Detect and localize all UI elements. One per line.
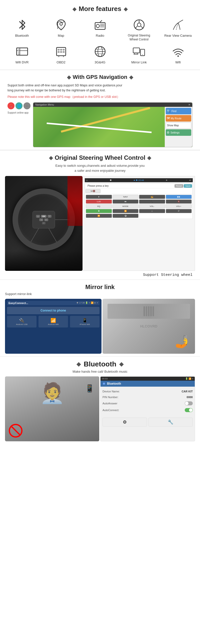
reset-btn[interactable]: Reset xyxy=(174,184,183,188)
svg-rect-14 xyxy=(17,48,28,55)
connect-box: Connect to phone xyxy=(7,307,100,314)
bluetooth-icon xyxy=(15,17,29,32)
bt-title-bar: ✱ Bluetooth xyxy=(100,381,195,387)
ctrl-time: ● ✱ 15:44 xyxy=(134,179,144,182)
ctrl-bt-icon: ✱ xyxy=(110,179,112,182)
iphone-wifi-label: iPhone Wifi xyxy=(72,323,98,326)
bt-logo-icon: ✱ xyxy=(102,382,105,386)
bt-autoanswer-key: AutoAnswer xyxy=(102,402,117,405)
steering-control-ui: ⌂ ✱ ● ✱ 15:44 ≡ ↩ Please press a key Res… xyxy=(83,176,195,271)
camera-icon xyxy=(171,17,185,32)
bt-content: 🧑‍💼 📱 00:03 🔋 📶 ≡ ✱ Bluetooth xyxy=(5,376,195,441)
ctrl-vol-minus[interactable]: VOL- xyxy=(139,204,165,208)
ctrl-fwd[interactable]: ⏩ xyxy=(112,209,139,213)
bt-ui-title: Bluetooth xyxy=(107,382,121,386)
support-steering-text: Support Steering wheel xyxy=(5,273,195,277)
ctrl-vol-plus[interactable]: VOL+ xyxy=(166,204,192,208)
steering-content: △ OK ▽ ◁ ▷ ↩ xyxy=(5,176,195,271)
bt-autoanswer-row: AutoAnswer xyxy=(102,400,193,407)
svg-rect-23 xyxy=(60,49,62,50)
bt-settings-btn[interactable]: ⚙ xyxy=(102,418,147,426)
bt-autoanswer-toggle[interactable] xyxy=(185,402,193,405)
ctrl-mute-row: M/🔇 xyxy=(85,188,192,194)
ctrl-prev[interactable]: ⏮ xyxy=(112,200,139,204)
android-wifi-icon: 📶 xyxy=(40,318,67,323)
nav-myroute-btn[interactable]: 🗺 My Route xyxy=(166,115,191,122)
radio-icon xyxy=(93,17,107,32)
ctrl-navi[interactable]: NAVI xyxy=(112,195,139,199)
svg-point-42 xyxy=(177,56,179,57)
mirror-content: EasyConnect... ✱ 17:38 🔋 ≡ 📶 ⊕ ≡ Connect… xyxy=(5,299,195,354)
bluetooth-section: ◆ Bluetooth ◆ Make hands free call/ Bule… xyxy=(0,356,200,444)
features-row-2: Wifi DVR OBD2 xyxy=(3,44,197,65)
more-features-title: ◆ More features ◆ xyxy=(3,5,197,13)
settings-icon: ⚙ xyxy=(167,131,169,134)
android-wifi-item: 📶 Android Wifi xyxy=(39,316,68,328)
3g4g-label: 3G&4G xyxy=(95,60,105,65)
radio-label: Radio xyxy=(96,34,104,38)
bluetooth-label: Bluetooth xyxy=(15,34,29,38)
ctrl-chan[interactable]: 📻 xyxy=(139,195,165,199)
ctrl-eq[interactable]: EQ xyxy=(86,204,112,208)
map-icon xyxy=(54,17,68,32)
svg-rect-36 xyxy=(133,48,139,53)
ctrl-phone[interactable]: 📞 xyxy=(139,200,165,204)
save-btn[interactable]: Save xyxy=(184,184,192,188)
feature-steering: Original Steering Wheel Control xyxy=(123,17,155,42)
svg-line-13 xyxy=(141,26,143,28)
nav-controls: ✕ xyxy=(188,103,190,106)
iphone-wifi-item: 📱 iPhone Wifi xyxy=(70,316,100,328)
feature-radio: Radio xyxy=(84,17,116,38)
feature-3g4g: 3G&4G xyxy=(84,44,116,65)
bluetooth-ui-display: 00:03 🔋 📶 ≡ ✱ Bluetooth Device Name: CAR… xyxy=(100,376,195,441)
ctrl-home-cell[interactable]: ⌂ xyxy=(139,209,165,213)
bt-ui-status: 🔋 📶 ≡ xyxy=(185,378,193,380)
bt-gear-btn[interactable]: 🔧 xyxy=(148,418,193,426)
svg-point-4 xyxy=(96,24,99,28)
gps-diamond-left: ◆ xyxy=(67,74,71,80)
diamond-left-icon: ◆ xyxy=(73,6,76,12)
ctrl-home-icon: ⌂ xyxy=(86,179,88,182)
gps-diamond-right: ◆ xyxy=(129,74,133,80)
bt-ui-body: Device Name: CAR KIT PIN Number: 0000 Au… xyxy=(100,387,195,416)
easy-connect-label: EasyConnect... xyxy=(9,302,28,304)
steering-wheel-icon xyxy=(132,17,146,32)
ctrl-vol-icon[interactable]: 🔇 xyxy=(166,200,192,204)
android-usb-label: Android USB xyxy=(9,323,35,326)
gps-app-list: 📍 🌐 ··· Support online app xyxy=(8,102,31,114)
nav-header: Navigation Menu ✕ xyxy=(33,102,192,107)
bt-pin-val: 0000 xyxy=(187,396,193,399)
ctrl-prev2[interactable]: ⏪ xyxy=(86,214,112,218)
bt-ui-header: 00:03 🔋 📶 ≡ xyxy=(100,377,195,381)
mirror-desc: Support mirror-link xyxy=(5,292,195,296)
feature-bluetooth: Bluetooth xyxy=(6,17,38,38)
svg-point-10 xyxy=(137,23,141,27)
ctrl-lud[interactable]: LUD xyxy=(86,200,112,204)
globe-icon xyxy=(93,44,107,59)
mute-label: M/🔇 xyxy=(86,189,100,193)
mirror-time: ✱ 17:38 🔋 ≡ 📶 ⊕ ≡ xyxy=(77,302,98,304)
ctrl-power[interactable]: ⏻ xyxy=(112,214,139,218)
camera-label: Rear View Camera xyxy=(164,34,192,38)
steering-label: Original Steering Wheel Control xyxy=(128,34,150,42)
steering-wheel-section: ◆ Original Steering Wheel Control ◆ Easy… xyxy=(0,150,200,280)
ctrl-refresh[interactable]: ↺ xyxy=(166,209,192,213)
feature-wifi-dvr: Wifi DVR xyxy=(6,44,38,65)
nav-showmap-btn[interactable]: Show Map xyxy=(166,122,191,128)
nav-find-btn[interactable]: 🔍 Find xyxy=(166,108,191,114)
map-label: Map xyxy=(58,34,64,38)
feature-camera: Rear View Camera xyxy=(162,17,194,38)
obd2-icon xyxy=(54,44,68,59)
ctrl-mode[interactable]: MODE xyxy=(112,204,139,208)
svg-rect-3 xyxy=(95,22,105,29)
nav-map-area xyxy=(33,107,165,147)
bt-autoconnect-toggle[interactable] xyxy=(185,408,193,412)
svg-rect-22 xyxy=(58,49,59,50)
steering-wheel-photo: △ OK ▽ ◁ ▷ ↩ xyxy=(5,176,83,271)
nav-title: Navigation Menu xyxy=(35,103,54,106)
dvr-icon xyxy=(15,44,29,59)
feature-obd2: OBD2 xyxy=(45,44,77,65)
support-online-label: Support online app xyxy=(8,111,31,114)
nav-settings-btn[interactable]: ⚙ Settings xyxy=(166,129,191,136)
ctrl-play[interactable]: ▶▶ xyxy=(166,195,192,199)
